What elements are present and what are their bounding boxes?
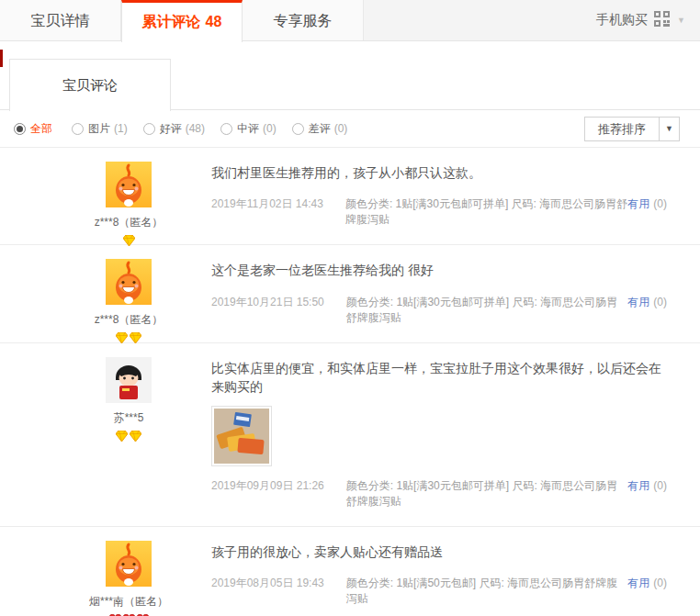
- review-row: 苏***5 比实体店里的便宜，和实体店里一样，宝宝拉肚子用这个效果很好，以后还会…: [0, 343, 700, 528]
- review-sku: 颜色分类: 1贴[满30元包邮可拼单] 尺码: 海而思公司肠胃舒牌腹泻贴: [346, 478, 628, 510]
- radio-icon[interactable]: [14, 123, 26, 135]
- review-meta: 2019年10月21日 15:50 颜色分类: 1贴[满30元包邮可拼单] 尺码…: [211, 295, 667, 326]
- useful-label: 有用: [627, 197, 649, 210]
- reviewer-panel: 苏***5: [64, 357, 193, 442]
- review-meta: 2019年09月09日 21:26 颜色分类: 1贴[满30元包邮可拼单] 尺码…: [211, 478, 667, 510]
- qr-code-icon[interactable]: [654, 11, 670, 29]
- review-text: 孩子用的很放心，卖家人贴心还有赠品送: [211, 543, 667, 561]
- filter-count: (1): [114, 122, 128, 135]
- review-text: 这个是老家一位老医生推荐给我的 很好: [211, 261, 667, 279]
- reviewer-name: 烟***南（匿名）: [64, 594, 193, 610]
- filter-label: 中评: [237, 121, 259, 137]
- useful-button[interactable]: 有用(0): [627, 196, 667, 212]
- filter-positive[interactable]: 好评 (48): [143, 121, 205, 137]
- avatar: [106, 541, 152, 587]
- avatar: [106, 357, 152, 403]
- filter-label: 图片: [88, 121, 110, 137]
- tab-reviews-label: 累计评论: [142, 14, 201, 29]
- member-level-icons: [64, 431, 193, 442]
- filter-count: (0): [263, 122, 277, 135]
- tab-product-comments[interactable]: 宝贝评论: [9, 59, 171, 111]
- sort-chevron-down-icon[interactable]: ▼: [660, 117, 680, 141]
- tab-product-detail[interactable]: 宝贝详情: [0, 0, 121, 40]
- reviewer-name: z***8（匿名）: [64, 312, 193, 328]
- useful-count: (0): [653, 577, 667, 589]
- review-sku: 颜色分类: 1贴[满30元包邮可拼单] 尺码: 海而思公司肠胃舒牌腹泻贴: [346, 295, 628, 326]
- useful-label: 有用: [627, 577, 649, 589]
- review-row: 烟***南（匿名） 孩子用的很放心，卖家人贴心还有赠品送 2019年08月05日…: [0, 527, 700, 616]
- member-level-icons: [64, 235, 193, 246]
- review-meta: 2019年08月05日 19:43 颜色分类: 1贴[满50元包邮] 尺码: 海…: [211, 576, 667, 607]
- reviewer-panel: z***8（匿名）: [64, 259, 193, 343]
- useful-count: (0): [653, 197, 667, 210]
- review-date: 2019年09月09日 21:26: [211, 478, 324, 494]
- reviewer-name: 苏***5: [64, 410, 193, 426]
- reviewer-name: z***8（匿名）: [64, 215, 193, 230]
- filter-label: 全部: [30, 121, 52, 137]
- filter-count: (0): [334, 122, 348, 135]
- review-filter-bar: 全部 图片 (1) 好评 (48) 中评 (0) 差评 (0) 推荐排序 ▼: [0, 110, 700, 148]
- review-text: 我们村里医生推荐用的，孩子从小都只认这款。: [211, 163, 667, 182]
- mobile-buy-label: 手机购买: [596, 12, 648, 28]
- sort-button-label[interactable]: 推荐排序: [584, 117, 660, 141]
- reviewer-panel: 烟***南（匿名）: [64, 541, 193, 616]
- sort-dropdown[interactable]: 推荐排序 ▼: [584, 117, 680, 141]
- filter-neutral[interactable]: 中评 (0): [220, 121, 277, 137]
- member-level-icons: [64, 332, 193, 343]
- radio-icon[interactable]: [143, 123, 155, 135]
- radio-icon[interactable]: [220, 123, 232, 135]
- radio-icon[interactable]: [292, 123, 304, 135]
- review-date: 2019年08月05日 19:43: [211, 576, 324, 591]
- filter-all[interactable]: 全部: [14, 121, 56, 137]
- review-date: 2019年11月02日 14:43: [211, 196, 323, 212]
- tab-cumulative-reviews[interactable]: 累计评论48: [121, 0, 243, 42]
- radio-icon[interactable]: [72, 123, 84, 135]
- review-row: z***8（匿名） 我们村里医生推荐用的，孩子从小都只认这款。 2019年11月…: [0, 148, 700, 245]
- useful-label: 有用: [627, 479, 649, 492]
- useful-count: (0): [653, 479, 667, 492]
- review-text: 比实体店里的便宜，和实体店里一样，宝宝拉肚子用这个效果很好，以后还会在来购买的: [211, 359, 667, 397]
- avatar: [106, 259, 152, 305]
- useful-button[interactable]: 有用(0): [627, 576, 667, 591]
- filter-negative[interactable]: 差评 (0): [292, 121, 348, 137]
- filter-label: 好评: [160, 121, 182, 137]
- review-photo-thumbnail[interactable]: [211, 406, 272, 466]
- avatar: [106, 162, 152, 207]
- review-meta: 2019年11月02日 14:43 颜色分类: 1贴[满30元包邮可拼单] 尺码…: [211, 196, 667, 228]
- review-page: 宝贝详情 累计评论48 专享服务 手机购买 ▼ 宝贝评论 全部: [0, 0, 700, 616]
- comments-subtab-row: 宝贝评论: [0, 59, 700, 110]
- filter-label: 差评: [309, 121, 331, 137]
- reviewer-panel: z***8（匿名）: [64, 162, 193, 246]
- tab-reviews-count: 48: [206, 14, 222, 29]
- tab-exclusive-service[interactable]: 专享服务: [243, 0, 364, 40]
- chevron-down-icon[interactable]: ▼: [677, 16, 685, 25]
- review-sku: 颜色分类: 1贴[满30元包邮可拼单] 尺码: 海而思公司肠胃舒牌腹泻贴: [345, 196, 627, 228]
- mobile-buy-button[interactable]: 手机购买 ▼: [596, 0, 700, 40]
- product-tab-bar: 宝贝详情 累计评论48 专享服务 手机购买 ▼: [0, 0, 700, 41]
- useful-count: (0): [653, 296, 667, 308]
- review-sku: 颜色分类: 1贴[满50元包邮] 尺码: 海而思公司肠胃舒牌腹泻贴: [346, 576, 628, 607]
- filter-count: (48): [186, 122, 205, 135]
- review-date: 2019年10月21日 15:50: [211, 295, 324, 310]
- useful-button[interactable]: 有用(0): [627, 478, 667, 494]
- useful-label: 有用: [627, 296, 649, 308]
- filter-with-photos[interactable]: 图片 (1): [72, 121, 128, 137]
- useful-button[interactable]: 有用(0): [627, 295, 667, 310]
- review-row: z***8（匿名） 这个是老家一位老医生推荐给我的 很好 2019年10月21日…: [0, 245, 700, 342]
